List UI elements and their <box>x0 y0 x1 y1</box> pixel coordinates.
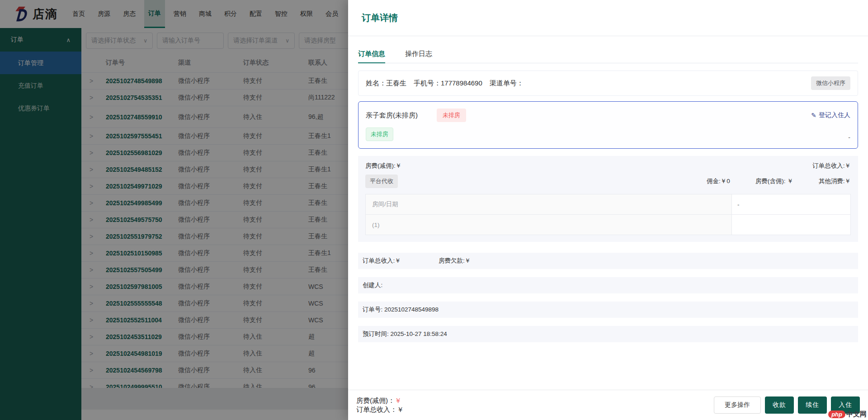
order-no-text: 订单号: 2025102748549898 <box>363 306 439 314</box>
footer-income-line: 订单总收入：￥ <box>356 405 404 414</box>
room-fee-incl-label: 房费(含佣): ￥ <box>755 177 793 185</box>
total-income-label: 订单总收入:￥ <box>812 162 851 170</box>
summary-income-strip: 订单总收入:￥ 房费欠款:￥ <box>358 253 858 269</box>
creator-strip: 创建人: <box>358 277 858 293</box>
collect-payment-button[interactable]: 收款 <box>765 396 794 414</box>
booked-time-strip: 预订时间: 2025-10-27 18:58:24 <box>358 326 858 342</box>
summary-total-income: 订单总收入:￥ <box>363 257 439 265</box>
platform-collect-badge[interactable]: 平台代收 <box>365 175 398 188</box>
drawer-footer: 房费(减佣)：￥ 订单总收入：￥ 更多操作 收款 续住 入住 <box>348 390 868 420</box>
room-date-data-row: (1) <box>366 215 850 235</box>
php-logo: php <box>828 411 845 418</box>
drawer-tabs: 订单信息 操作日志 <box>358 45 858 63</box>
channel-badge[interactable]: 微信小程序 <box>811 76 850 90</box>
drawer-title: 订单详情 <box>362 12 398 24</box>
tab-order-info[interactable]: 订单信息 <box>358 45 385 63</box>
more-actions-button[interactable]: 更多操作 <box>714 396 761 414</box>
drawer-body: 订单信息 操作日志 姓名：王春生 手机号：17778984690 渠道单号： 微… <box>348 45 868 342</box>
pencil-icon: ✎ <box>811 112 816 119</box>
drawer-header: 订单详情 <box>348 0 868 36</box>
unassigned-badge-red: 未排房 <box>437 109 466 122</box>
unassigned-badge-green: 未排房 <box>366 127 393 141</box>
room-type-name: 亲子套房(未排房) <box>366 111 418 120</box>
fee-right-group: 佣金:￥0 房费(含佣): ￥ 其他消费:￥ <box>707 177 851 185</box>
other-fee-label: 其他消费:￥ <box>819 177 851 185</box>
room-date-header-value: - <box>732 194 850 214</box>
summary-arrears: 房费欠款:￥ <box>439 257 471 265</box>
fee-section: 房费(减佣):￥ 订单总收入:￥ 平台代收 佣金:￥0 房费(含佣): ￥ 其他… <box>358 156 858 242</box>
booked-time-text: 预订时间: 2025-10-27 18:58:24 <box>363 330 447 338</box>
yen-symbol: ￥ <box>397 406 404 413</box>
creator-label: 创建人: <box>363 281 382 289</box>
room-card[interactable]: 亲子套房(未排房) 未排房 ✎ 登记入住人 未排房 - <box>358 101 858 149</box>
yen-symbol-red: ￥ <box>395 396 401 404</box>
room-value-dash: - <box>848 134 850 141</box>
room-date-table: 房间/日期 - (1) <box>365 194 851 235</box>
room-date-row-label: (1) <box>366 215 732 235</box>
php-cn-watermark: php 中文网 <box>828 410 867 419</box>
register-guest-link[interactable]: ✎ 登记入住人 <box>811 111 850 119</box>
renew-stay-button[interactable]: 续住 <box>798 396 827 414</box>
guest-name: 姓名：王春生 <box>366 79 406 88</box>
room-date-header-row: 房间/日期 - <box>366 194 850 215</box>
footer-totals: 房费(减佣)：￥ 订单总收入：￥ <box>356 396 404 414</box>
room-date-row-value <box>732 215 850 235</box>
app-root: 店滴 首页房源房态订单营销商城积分配置智控权限会员账号 订单 ∧ 订单管理充值订… <box>0 0 868 420</box>
tab-operation-log[interactable]: 操作日志 <box>405 45 432 63</box>
order-no-strip: 订单号: 2025102748549898 <box>358 302 858 318</box>
room-date-header: 房间/日期 <box>366 194 732 214</box>
commission-value: 佣金:￥0 <box>707 177 730 185</box>
channel-order-no: 渠道单号： <box>490 79 524 88</box>
room-card-row1: 亲子套房(未排房) 未排房 ✎ 登记入住人 <box>366 109 850 122</box>
fee-row-2: 平台代收 佣金:￥0 房费(含佣): ￥ 其他消费:￥ <box>365 175 851 188</box>
fee-row-1: 房费(减佣):￥ 订单总收入:￥ <box>365 162 851 170</box>
guest-info-card: 姓名：王春生 手机号：17778984690 渠道单号： 微信小程序 <box>358 71 858 96</box>
order-detail-drawer: 订单详情 订单信息 操作日志 姓名：王春生 手机号：17778984690 渠道… <box>348 0 868 420</box>
footer-fee-line: 房费(减佣)：￥ <box>356 396 404 405</box>
room-fee-label: 房费(减佣):￥ <box>365 162 401 170</box>
watermark-text: 中文网 <box>846 410 867 419</box>
register-guest-label: 登记入住人 <box>819 111 850 119</box>
room-card-row2: 未排房 - <box>366 127 850 141</box>
guest-phone: 手机号：17778984690 <box>414 79 482 88</box>
